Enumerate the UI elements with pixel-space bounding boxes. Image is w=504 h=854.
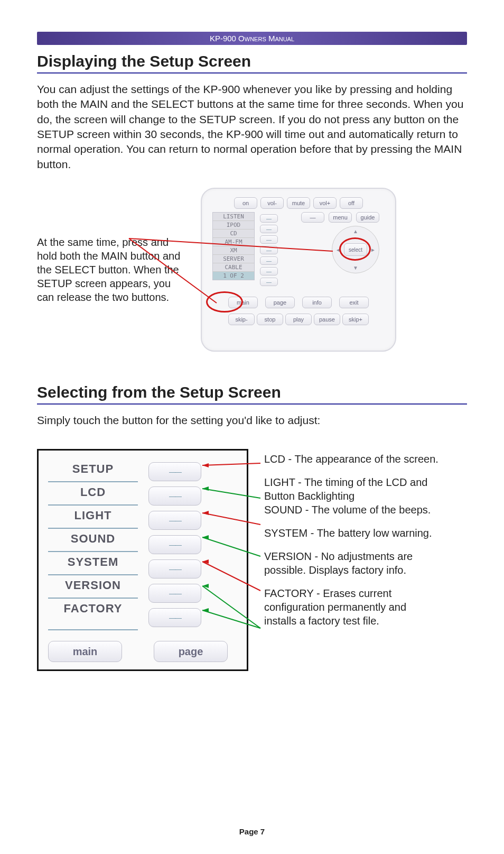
arrow-up-icon[interactable]: ▲ [353,228,358,234]
desc-sound: SOUND - The volume of the beeps. [264,503,438,517]
src-btn-2[interactable] [260,225,278,233]
source-cable: CABLE [213,263,254,272]
vol-minus-button[interactable]: vol- [260,197,284,209]
menu-button[interactable]: menu [329,212,352,223]
src-btn-5[interactable] [260,256,278,265]
section1-body: You can adjust the settings of the KP-90… [37,82,467,172]
pause-button[interactable]: pause [314,314,340,325]
section1-heading: Displaying the Setup Screen [37,52,467,74]
mid-row: main page info exit [209,297,388,308]
desc-version: VERSION - No adjustments are possible. D… [264,549,438,577]
top-row: on vol- mute vol+ off [209,197,388,209]
page-number: Page 7 [0,827,504,836]
setup-button-column [148,459,212,630]
source-cd: CD [213,229,254,238]
off-button[interactable]: off [340,197,363,209]
dpad[interactable]: select ▲ ▼ ◄ ► [332,226,379,273]
guide-button[interactable]: guide [356,212,379,223]
bottom-row: skip- stop play pause skip+ [209,314,388,325]
arrow-down-icon[interactable]: ▼ [353,265,358,271]
desc-lcd: LCD - The appearance of the screen. [264,452,438,466]
keypad-device: on vol- mute vol+ off LISTEN IPOD CD AM-… [201,188,396,352]
label-version: VERSION [48,574,138,595]
desc-factory: FACTORY - Erases current configuration p… [264,586,438,628]
source-xm: XM [213,246,254,255]
info-button[interactable]: info [302,297,332,308]
setup-btn-1[interactable] [148,462,201,481]
section2-heading: Selecting from the Setup Screen [37,383,467,405]
setup-page-button[interactable]: page [154,641,228,662]
skip-plus-button[interactable]: skip+ [342,314,369,325]
manual-header: KP-900 Owners Manual [37,32,467,45]
source-listen: LISTEN [213,213,254,221]
page-button[interactable]: page [265,297,295,308]
select-button[interactable]: select [344,243,367,256]
play-button[interactable]: play [285,314,312,325]
source-amfm: AM-FM [213,238,254,246]
setup-btn-7[interactable] [148,608,201,627]
source-server: SERVER [213,255,254,263]
label-lcd: LCD [48,481,138,502]
label-factory: FACTORY [48,598,138,630]
src-btn-1[interactable] [260,214,278,223]
setup-btn-3[interactable] [148,511,201,530]
arrow-right-icon[interactable]: ► [370,247,376,253]
vol-plus-button[interactable]: vol+ [313,197,337,209]
source-select-column [260,214,278,286]
figure1-caption: At the same time, press and hold both th… [37,235,190,304]
mute-button[interactable]: mute [287,197,310,209]
setup-btn-6[interactable] [148,584,201,603]
stop-button[interactable]: stop [257,314,283,325]
setup-main-button[interactable]: main [48,641,122,662]
source-page-indicator: 1 OF 2 [213,272,254,280]
setup-btn-5[interactable] [148,559,201,578]
label-setup: SETUP [48,459,138,479]
source-ipod: IPOD [213,221,254,229]
exit-button[interactable]: exit [339,297,369,308]
label-light: LIGHT [48,504,138,526]
on-button[interactable]: on [234,197,257,209]
section2-body: Simply touch the button for the setting … [37,413,467,428]
label-sound: SOUND [48,528,138,549]
setup-btn-4[interactable] [148,535,201,554]
label-system: SYSTEM [48,551,138,572]
setup-btn-2[interactable] [148,486,201,506]
desc-light: LIGHT - The timing of the LCD and Button… [264,475,438,503]
main-button[interactable]: main [228,297,258,308]
dash-top[interactable]: — [301,212,324,223]
src-btn-6[interactable] [260,267,278,276]
src-btn-3[interactable] [260,235,278,244]
source-list: LISTEN IPOD CD AM-FM XM SERVER CABLE 1 O… [212,212,255,280]
src-btn-7[interactable] [260,278,278,286]
manual-title: KP-900 Owners Manual [210,34,294,43]
desc-system: SYSTEM - The battery low warning. [264,526,438,540]
arrow-left-icon[interactable]: ◄ [335,247,341,253]
skip-minus-button[interactable]: skip- [228,314,255,325]
src-btn-4[interactable] [260,246,278,254]
setup-label-column: SETUP LCD LIGHT SOUND SYSTEM VERSION FAC… [48,459,138,630]
setup-screen: SETUP LCD LIGHT SOUND SYSTEM VERSION FAC… [37,449,248,671]
setup-descriptions: LCD - The appearance of the screen. LIGH… [264,449,438,671]
